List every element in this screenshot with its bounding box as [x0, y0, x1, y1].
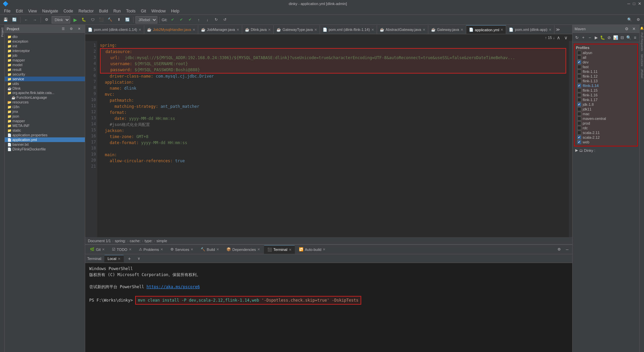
bottom-tab-close-terminal[interactable]: ✕: [289, 248, 291, 252]
close-button[interactable]: ✕: [638, 1, 641, 6]
git-refresh2-button[interactable]: ↺: [221, 16, 228, 24]
menu-view[interactable]: View: [25, 8, 40, 14]
save-button[interactable]: 💾: [2, 16, 9, 24]
update-button[interactable]: ⬆: [115, 16, 122, 24]
tab-dlink[interactable]: ☕ Dlink.java ✕: [242, 25, 274, 34]
nav-prev-button[interactable]: ∧: [555, 34, 562, 41]
maven-show-diagram-button[interactable]: 📊: [613, 34, 619, 41]
jrebel-dropdown[interactable]: JRebel: [136, 16, 157, 24]
tree-item-job[interactable]: 📁job: [5, 53, 85, 58]
search-everywhere-button[interactable]: 🔍: [626, 16, 633, 24]
maven-profile-aliyun[interactable]: aliyun: [576, 50, 636, 55]
maven-profile-dev[interactable]: ✔ dev: [576, 60, 636, 64]
tree-item-i18n[interactable]: 📁i18n: [5, 104, 85, 109]
coverage-button[interactable]: 🛡: [89, 16, 96, 24]
project-dropdown[interactable]: Dlink: [52, 16, 70, 24]
frame-update-button[interactable]: 🔃: [124, 16, 131, 24]
menu-navigate[interactable]: Navigate: [40, 8, 61, 14]
tab-close-pom-flink[interactable]: ✕: [371, 28, 374, 32]
jrebel-icon[interactable]: JRebel: [640, 69, 644, 78]
bottom-tab-close-dependencies[interactable]: ✕: [257, 248, 260, 251]
maximize-button[interactable]: □: [633, 1, 635, 6]
project-options-button[interactable]: ☰: [59, 25, 67, 33]
tab-close-abstractgateway[interactable]: ✕: [423, 28, 425, 32]
tree-item-service[interactable]: 📁service: [5, 77, 85, 81]
sync-button[interactable]: 🔄: [11, 16, 18, 24]
tree-item-mapper[interactable]: 📁mapper: [5, 58, 85, 62]
nav-next-button[interactable]: ∨: [562, 34, 570, 41]
tab-gatewaytype[interactable]: ☕ GatewayType.java ✕: [274, 25, 320, 34]
tab-close-jobmanager[interactable]: ✕: [236, 28, 239, 32]
minimize-button[interactable]: ─: [627, 1, 630, 6]
tab-job2mysql[interactable]: ☕ Job2MysqlHandler.java ✕: [144, 25, 198, 34]
tab-close-gatewaytype[interactable]: ✕: [314, 28, 317, 32]
run-config-button[interactable]: ⚙: [43, 16, 50, 24]
bottom-tab-close-services[interactable]: ✕: [191, 248, 193, 251]
bottom-tab-close-autobuild[interactable]: ✕: [323, 248, 325, 251]
maven-profile-flink114[interactable]: ✔ flink-1.14: [576, 83, 636, 88]
maven-profile-flink113[interactable]: flink-1.13: [576, 79, 636, 83]
back-button[interactable]: ←: [22, 16, 30, 24]
tree-item-mapper2[interactable]: 📁mapper: [5, 119, 85, 123]
maven-profile-rdc[interactable]: rdc: [576, 126, 636, 130]
menu-tools[interactable]: Tools: [123, 8, 138, 14]
pull-requests-icon[interactable]: Pull Requests: [640, 33, 644, 51]
bottom-tab-close-build[interactable]: ✕: [216, 248, 219, 251]
bottom-tab-dependencies[interactable]: 📦 Dependencies ✕: [223, 245, 263, 254]
menu-edit[interactable]: Edit: [13, 8, 25, 14]
bottom-tab-close-todo[interactable]: ✕: [129, 248, 131, 251]
menu-run[interactable]: Run: [111, 8, 123, 14]
maven-profile-fast[interactable]: fast: [576, 64, 636, 69]
tree-item-exception[interactable]: 📁exception: [5, 39, 85, 44]
run-button[interactable]: ▶: [71, 16, 79, 24]
bottom-tab-autobuild[interactable]: 🔁 Auto-build ✕: [296, 245, 329, 254]
maven-profile-scala211[interactable]: scala-2.11: [576, 130, 636, 135]
bottom-tab-build[interactable]: 🔨 Build ✕: [197, 245, 222, 254]
tree-item-static[interactable]: 📁static: [5, 128, 85, 133]
maven-remove-button[interactable]: −: [587, 34, 593, 41]
terminal-tab-options-button[interactable]: ∨: [135, 255, 143, 262]
tree-item-dockerfile[interactable]: 📄DinkyFlinkDockerfile: [5, 147, 85, 151]
settings-button[interactable]: ⚙: [635, 16, 642, 24]
tree-item-init[interactable]: 📁init: [5, 44, 85, 48]
tabs-overflow-button[interactable]: ≫: [554, 27, 561, 32]
tree-item-interceptor[interactable]: 📁interceptor: [5, 48, 85, 53]
terminal-tab-close[interactable]: ✕: [118, 257, 120, 261]
maven-profile-maven-central[interactable]: maven-central: [576, 116, 636, 121]
maven-profile-flink112[interactable]: flink-1.12: [576, 74, 636, 79]
terminal-content[interactable]: Windows PowerShell 版权所有 (C) Microsoft Co…: [85, 263, 572, 352]
maven-profile-all[interactable]: all: [576, 55, 636, 60]
menu-help[interactable]: Help: [168, 8, 182, 14]
maven-profile-flink115[interactable]: flink-1.15: [576, 88, 636, 93]
menu-build[interactable]: Build: [96, 8, 111, 14]
maven-profile-scala212[interactable]: ✔ scala-2.12: [576, 135, 636, 140]
tab-pom-flink[interactable]: 📄 pom.xml (dlink-flink-1.14) ✕: [320, 25, 377, 34]
menu-window[interactable]: Window: [149, 8, 168, 14]
bottom-tab-git[interactable]: 🌿 Git ✕: [87, 245, 108, 254]
terminal-pscore-link[interactable]: https://aka.ms/pscore6: [147, 284, 200, 289]
tree-item-application-properties[interactable]: 📄application.properties: [5, 133, 85, 137]
bottom-tab-close-git[interactable]: ✕: [102, 248, 105, 251]
notifications-icon[interactable]: 🔔: [640, 26, 644, 30]
tab-gateway[interactable]: ☕ Gateway.java ✕: [428, 25, 466, 34]
maven-skip-tests-button[interactable]: ⊘: [606, 34, 612, 41]
tree-item-banner-txt[interactable]: 📄banner.txt: [5, 142, 85, 147]
maven-profile-flink117[interactable]: flink-1.17: [576, 97, 636, 102]
tab-pom-client[interactable]: 📄 pom.xml (dlink-client-1.14) ✕: [85, 25, 144, 34]
tree-item-meta-inf[interactable]: 📁META-INF: [5, 123, 85, 128]
menu-code[interactable]: Code: [61, 8, 76, 14]
git-refresh-button[interactable]: ↻: [212, 16, 220, 24]
forward-button[interactable]: →: [31, 16, 39, 24]
tab-jobmanager[interactable]: ☕ JobManager.java ✕: [198, 25, 242, 34]
menu-git[interactable]: Git: [138, 8, 149, 14]
tree-item-function-language[interactable]: ☕FunctionLanguage: [5, 95, 85, 100]
maven-close-button[interactable]: ✕: [631, 26, 637, 32]
git-pull-button[interactable]: ↓: [204, 16, 211, 24]
tab-close-pom-app[interactable]: ✕: [549, 28, 551, 32]
maven-execute-button[interactable]: ▶: [593, 34, 599, 41]
maven-profile-flink116[interactable]: flink-1.16: [576, 93, 636, 97]
maven-debug-maven-button[interactable]: 🐛: [600, 34, 605, 41]
stop-button[interactable]: ⬛: [98, 16, 105, 24]
tab-application-yml[interactable]: 📄 application.yml ✕: [466, 25, 506, 34]
project-sidebar-label[interactable]: Project: [1, 25, 4, 40]
